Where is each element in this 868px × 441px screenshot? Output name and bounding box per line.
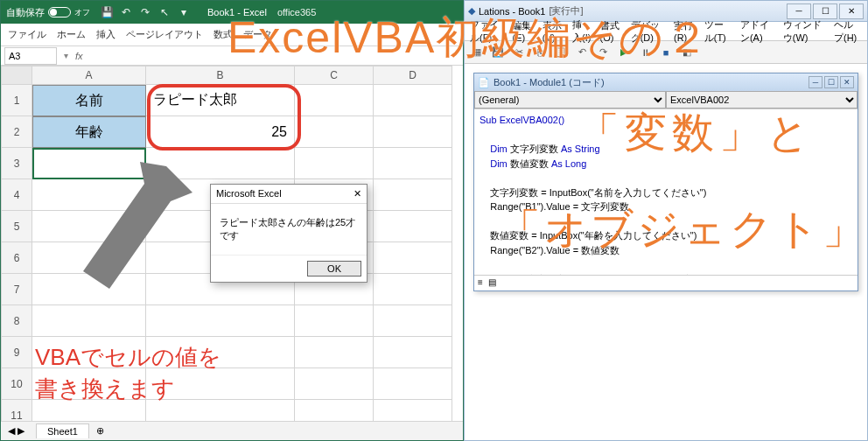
row-header[interactable]: 3 xyxy=(1,148,32,179)
undo-icon[interactable]: ↶ xyxy=(120,6,132,18)
cell-d2[interactable] xyxy=(374,116,452,148)
minimize-icon[interactable]: ─ xyxy=(787,4,811,19)
more-icon[interactable]: ▾ xyxy=(178,6,190,18)
autosave-toggle[interactable]: 自動保存 オフ xyxy=(6,6,90,19)
cell[interactable] xyxy=(295,305,374,337)
cell[interactable] xyxy=(374,242,452,274)
overlay-subtitle-1: 「変数」と xyxy=(578,105,815,161)
overlay-subtitle-2: 「オブジェクト」 xyxy=(499,201,868,257)
menu-window[interactable]: ウィンドウ(W) xyxy=(783,18,825,45)
tab-layout[interactable]: ページレイアウト xyxy=(126,28,203,41)
messagebox-body: ラピード太郎さんの年齢は25才です xyxy=(211,204,367,255)
add-sheet-icon[interactable]: ⊕ xyxy=(96,425,104,437)
cell[interactable] xyxy=(374,211,452,242)
code-window-title: Book1 - Module1 (コード) xyxy=(494,76,605,89)
cell[interactable] xyxy=(374,274,452,305)
row-header[interactable]: 10 xyxy=(1,368,32,400)
quick-access-toolbar: 💾 ↶ ↷ ↖ ▾ xyxy=(101,6,190,18)
maximize-icon[interactable]: ☐ xyxy=(824,76,838,88)
close-icon[interactable]: ✕ xyxy=(354,188,361,200)
view-full-icon[interactable]: ≡ xyxy=(478,277,483,287)
row-header[interactable]: 5 xyxy=(1,211,32,242)
module-icon: 📄 xyxy=(478,77,490,88)
cell-c1[interactable] xyxy=(295,85,374,116)
row-header[interactable]: 6 xyxy=(1,242,32,274)
cell[interactable] xyxy=(374,305,452,337)
name-box[interactable]: A3 xyxy=(4,47,57,65)
row-header[interactable]: 2 xyxy=(1,116,32,148)
code-statusbar: ≡ ▤ xyxy=(474,275,858,289)
col-header-d[interactable]: D xyxy=(374,66,452,85)
col-header-c[interactable]: C xyxy=(295,66,374,85)
row-header[interactable]: 9 xyxy=(1,337,32,368)
col-header-b[interactable]: B xyxy=(146,66,295,85)
cell[interactable] xyxy=(295,368,374,400)
code-window-titlebar[interactable]: 📄 Book1 - Module1 (コード) ─ ☐ ✕ xyxy=(474,74,858,91)
sheet-tabs: ◀ ▶ Sheet1 ⊕ xyxy=(1,421,463,440)
cell-a1[interactable]: 名前 xyxy=(32,85,146,116)
toggle-switch[interactable] xyxy=(48,7,71,18)
row-header[interactable]: 1 xyxy=(1,85,32,116)
close-icon[interactable]: ✕ xyxy=(840,76,854,88)
autosave-state: オフ xyxy=(74,7,90,18)
cell-d3[interactable] xyxy=(374,148,452,179)
cell-a2[interactable]: 年齢 xyxy=(32,116,146,148)
maximize-icon[interactable]: ☐ xyxy=(813,4,837,19)
cell-b1[interactable]: ラピード太郎 xyxy=(146,85,295,116)
cell-c3[interactable] xyxy=(295,148,374,179)
cell-c2[interactable] xyxy=(295,116,374,148)
fx-icon[interactable]: fx xyxy=(75,51,83,61)
autosave-label: 自動保存 xyxy=(6,6,45,19)
menu-addin[interactable]: アドイン(A) xyxy=(740,18,774,45)
ok-button[interactable]: OK xyxy=(307,261,361,276)
menu-help[interactable]: ヘルプ(H) xyxy=(834,18,862,45)
view-proc-icon[interactable]: ▤ xyxy=(488,277,496,287)
select-all-corner[interactable] xyxy=(1,66,32,85)
col-header-a[interactable]: A xyxy=(32,66,146,85)
sheet-tab[interactable]: Sheet1 xyxy=(36,424,89,438)
minimize-icon[interactable]: ─ xyxy=(808,76,822,88)
close-icon[interactable]: ✕ xyxy=(839,4,864,19)
svg-marker-0 xyxy=(83,162,192,289)
cell[interactable] xyxy=(374,179,452,211)
annotation-text: VBAでセルの値を 書き換えます xyxy=(35,341,221,405)
row-header[interactable]: 4 xyxy=(1,179,32,211)
tab-insert[interactable]: 挿入 xyxy=(96,28,116,41)
tab-nav-icon[interactable]: ◀ ▶ xyxy=(8,425,24,437)
cell[interactable] xyxy=(374,368,452,400)
cell[interactable] xyxy=(374,337,452,368)
cell-d1[interactable] xyxy=(374,85,452,116)
overlay-title: ExcelVBA初級編その２ xyxy=(228,9,710,67)
messagebox-titlebar[interactable]: Microsoft Excel ✕ xyxy=(211,185,367,204)
tab-file[interactable]: ファイル xyxy=(8,28,46,41)
save-icon[interactable]: 💾 xyxy=(101,6,113,18)
redo-icon[interactable]: ↷ xyxy=(139,6,151,18)
tab-home[interactable]: ホーム xyxy=(57,28,86,41)
messagebox: Microsoft Excel ✕ ラピード太郎さんの年齢は25才です OK xyxy=(210,184,368,283)
messagebox-title: Microsoft Excel xyxy=(216,188,282,200)
row-header[interactable]: 7 xyxy=(1,274,32,305)
cell[interactable] xyxy=(295,337,374,368)
row-header[interactable]: 8 xyxy=(1,305,32,337)
arrow-annotation xyxy=(35,158,210,332)
cell-b2[interactable]: 25 xyxy=(146,116,295,148)
cursor-icon[interactable]: ↖ xyxy=(158,6,171,18)
